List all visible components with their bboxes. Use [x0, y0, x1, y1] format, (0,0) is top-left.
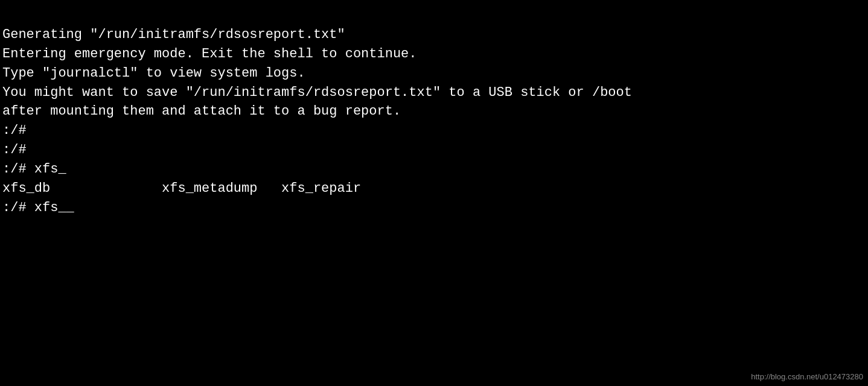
terminal-line: xfs_db xfs_metadump xfs_repair [2, 179, 866, 198]
terminal-output: Generating "/run/initramfs/rdsosreport.t… [0, 0, 868, 224]
terminal-line: Type "journalctl" to view system logs. [2, 64, 866, 83]
terminal-line: :/# xfs__ [2, 198, 866, 218]
terminal-line: after mounting them and attach it to a b… [2, 102, 866, 121]
terminal-line: Generating "/run/initramfs/rdsosreport.t… [2, 25, 866, 45]
terminal-line: Entering emergency mode. Exit the shell … [2, 45, 866, 64]
watermark: http://blog.csdn.net/u012473280 [751, 372, 863, 381]
terminal-line: :/# xfs_ [2, 160, 866, 179]
terminal-line: :/# [2, 141, 866, 160]
terminal-line: :/# [2, 121, 866, 141]
terminal-line: You might want to save "/run/initramfs/r… [2, 83, 866, 103]
